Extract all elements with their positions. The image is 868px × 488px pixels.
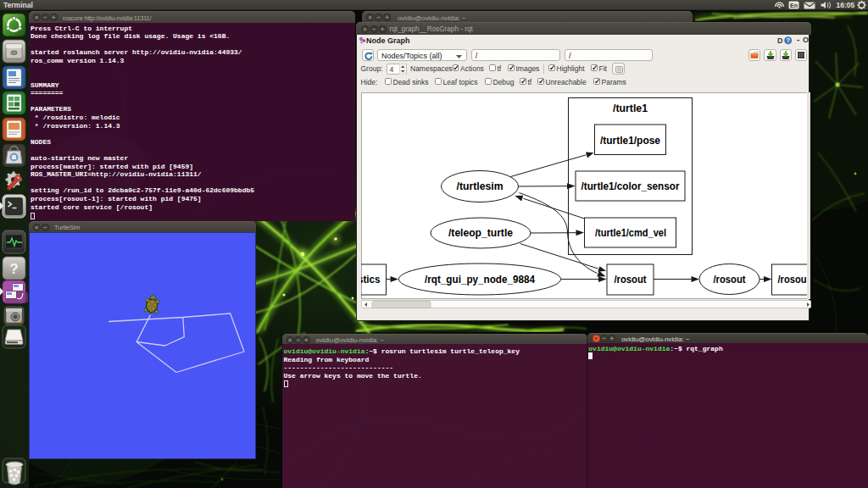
svg-text:/turtlesim: /turtlesim	[457, 180, 504, 192]
svg-text:/turtle1/pose: /turtle1/pose	[600, 135, 660, 147]
svg-text:?: ?	[786, 36, 790, 44]
svg-text:/turtle1/cmd_vel: /turtle1/cmd_vel	[595, 227, 666, 239]
svg-text:/turtle1: /turtle1	[613, 103, 648, 114]
svg-text:/rosou: /rosou	[778, 274, 807, 286]
svg-text:/rqt_gui_py_node_9884: /rqt_gui_py_node_9884	[425, 274, 535, 286]
svg-text:stics: stics	[361, 274, 381, 286]
svg-text:16:05: 16:05	[837, 1, 855, 9]
svg-text:/rosout: /rosout	[714, 274, 746, 286]
svg-text:?: ?	[9, 261, 18, 277]
svg-text:En: En	[790, 3, 798, 8]
svg-text:/turtle1/color_sensor: /turtle1/color_sensor	[581, 180, 680, 192]
svg-text:/teleop_turtle: /teleop_turtle	[448, 227, 513, 239]
svg-text:/rosout: /rosout	[615, 274, 647, 286]
